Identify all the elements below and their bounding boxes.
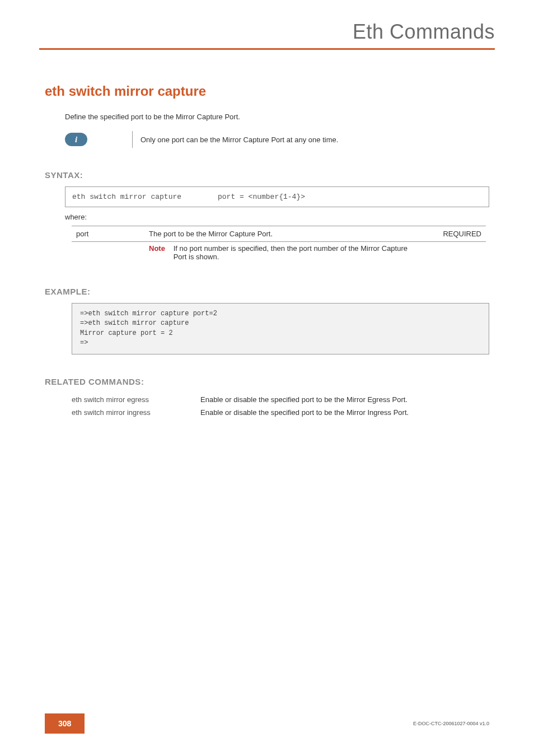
content-area: eth switch mirror capture Define the spe…: [0, 55, 534, 419]
info-text: Only one port can be the Mirror Capture …: [140, 136, 338, 144]
related-row: eth switch mirror ingress Enable or disa…: [72, 406, 413, 419]
page-footer: 308 E-DOC-CTC-20061027-0004 v1.0: [0, 713, 534, 734]
param-note-row: Note If no port number is specified, the…: [72, 242, 486, 265]
param-required: REQUIRED: [435, 226, 486, 242]
syntax-command: eth switch mirror capture: [72, 193, 218, 201]
note-text: If no port number is specified, then the…: [174, 244, 409, 261]
command-title: eth switch mirror capture: [45, 83, 489, 99]
example-box: =>eth switch mirror capture port=2 =>eth…: [72, 303, 489, 354]
related-table: eth switch mirror egress Enable or disab…: [72, 393, 413, 419]
related-label: RELATED COMMANDS:: [45, 377, 489, 386]
syntax-args: port = <number{1-4}>: [218, 193, 305, 201]
info-separator: [132, 131, 133, 148]
related-cmd: eth switch mirror egress: [72, 393, 200, 406]
syntax-label: SYNTAX:: [45, 170, 489, 180]
intro-text: Define the specified port to be the Mirr…: [65, 113, 489, 121]
note-label: Note: [149, 244, 171, 253]
page-header: Eth Commands: [0, 0, 534, 55]
info-icon: i: [65, 133, 87, 146]
related-desc: Enable or disable the specified port to …: [200, 406, 413, 419]
info-callout: i Only one port can be the Mirror Captur…: [65, 131, 489, 148]
related-desc: Enable or disable the specified port to …: [200, 393, 413, 406]
syntax-box: eth switch mirror capture port = <number…: [65, 186, 489, 207]
related-row: eth switch mirror egress Enable or disab…: [72, 393, 413, 406]
param-name: port: [72, 226, 144, 242]
param-desc: The port to be the Mirror Capture Port.: [144, 226, 435, 242]
header-rule: [39, 48, 495, 50]
document-id: E-DOC-CTC-20061027-0004 v1.0: [413, 721, 489, 726]
param-table: port The port to be the Mirror Capture P…: [72, 226, 486, 264]
page-number: 308: [45, 713, 85, 734]
header-category: Eth Commands: [39, 20, 495, 44]
example-label: EXAMPLE:: [45, 287, 489, 296]
where-label: where:: [65, 213, 489, 221]
related-cmd: eth switch mirror ingress: [72, 406, 200, 419]
param-row: port The port to be the Mirror Capture P…: [72, 226, 486, 242]
